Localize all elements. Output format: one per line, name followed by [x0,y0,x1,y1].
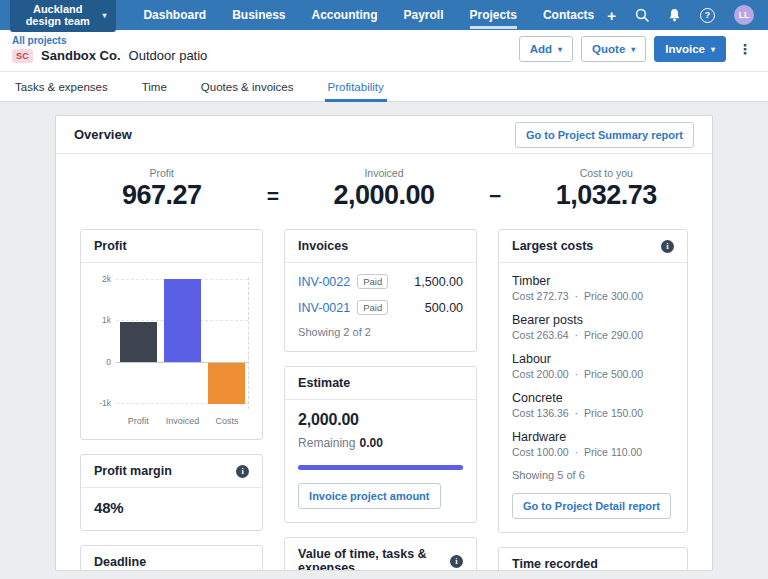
cost-label: Cost [512,290,534,302]
dot-separator: · [575,290,579,302]
largest-costs-card-header: Largest costs i [499,230,687,263]
cost-item-name: Concrete [512,391,674,405]
cost-item-name: Bearer posts [512,313,674,327]
profit-chart-card-header: Profit [81,230,262,263]
overview-header: Overview Go to Project Summary report [56,116,712,154]
y-tick-label: -1k [99,398,111,408]
minus-sign: − [489,184,501,208]
profit-label: Profit [149,167,174,179]
cost-to-you-label: Cost to you [580,167,633,179]
search-icon[interactable] [635,8,649,22]
profit-chart-body: 2k1k0-1k Profit Invoiced Costs [81,263,262,439]
nav-item[interactable]: Accounting [299,0,391,30]
invoices-footer: Showing 2 of 2 [298,326,463,338]
bar-costs [208,362,245,405]
profit-chart-yaxis: 2k1k0-1k [94,277,116,409]
breadcrumb-all-projects[interactable]: All projects [12,35,207,46]
overview-panel: Overview Go to Project Summary report Pr… [55,115,713,571]
notifications-bell-icon[interactable] [668,8,681,22]
add-icon[interactable]: + [607,8,616,23]
user-avatar[interactable]: LL [734,5,754,25]
cost-label: Cost [512,368,534,380]
price-label: Price [584,368,608,380]
cost-value: 263.64 [537,329,569,341]
overview-title: Overview [74,127,132,142]
cost-value: 272.73 [537,290,569,302]
invoice-link[interactable]: INV-0021 [298,301,350,315]
equation-cost: Cost to you 1,032.73 [531,167,681,211]
nav-item[interactable]: Business [219,0,298,30]
project-tabs: Tasks & expenses Time Quotes & invoices … [0,72,768,102]
help-icon[interactable]: ? [700,8,715,23]
project-detail-report-button[interactable]: Go to Project Detail report [512,493,671,519]
profit-bar-chart: 2k1k0-1k [94,274,249,409]
remaining-label: Remaining [298,436,355,450]
price-label: Price [584,446,608,458]
deadline-card-header: Deadline [81,546,262,571]
info-icon[interactable]: i [450,555,463,568]
cost-item-detail: Cost 272.73 · Price 300.00 [512,290,674,302]
equals-sign: = [267,184,279,208]
cost-item-detail: Cost 100.00 · Price 110.00 [512,446,674,458]
chevron-down-icon: ▾ [711,45,715,54]
x-tick-label: Costs [205,416,249,426]
tab[interactable]: Tasks & expenses [12,72,111,101]
info-icon[interactable]: i [236,465,249,478]
invoices-body: INV-0022 Paid 1,500.00 INV-0021 Paid 500… [285,263,476,351]
cost-value: 136.36 [537,407,569,419]
nav-item[interactable]: Payroll [391,0,457,30]
deadline-title: Deadline [94,555,146,569]
invoiced-label: Invoiced [364,167,403,179]
nav-item[interactable]: Dashboard [130,0,219,30]
profit-chart-card: Profit 2k1k0-1k Profit Invoiced [80,229,263,440]
nav-item[interactable]: Projects [457,0,530,30]
project-header-left: All projects SC Sandbox Co. Outdoor pati… [12,35,207,63]
app-screen: Auckland design team ▾ Dashboard Busines… [0,0,768,579]
quote-button[interactable]: Quote ▾ [581,36,646,62]
time-recorded-title: Time recorded [512,557,598,571]
tab[interactable]: Profitability [325,72,387,101]
org-switcher-button[interactable]: Auckland design team ▾ [10,0,116,32]
right-column: Largest costs i Timber Cost 272 [498,229,688,571]
profit-margin-value: 48% [94,499,123,516]
project-summary-report-button[interactable]: Go to Project Summary report [515,122,694,148]
price-value: 500.00 [611,368,643,380]
invoices-title: Invoices [298,239,348,253]
cost-label: Cost [512,407,534,419]
invoice-amount: 500.00 [425,301,463,315]
cost-item: Labour Cost 200.00 · Price 500.00 [512,352,674,380]
invoice-button[interactable]: Invoice ▾ [654,36,726,62]
profit-margin-title: Profit margin [94,464,172,478]
invoice-rows: INV-0022 Paid 1,500.00 INV-0021 Paid 500… [298,274,463,315]
profit-equation: Profit 967.27 = Invoiced 2,000.00 − Cost… [56,154,712,227]
price-value: 290.00 [611,329,643,341]
profit-chart-xlabels: Profit Invoiced Costs [94,416,249,426]
estimate-card-header: Estimate [285,367,476,400]
estimate-title: Estimate [298,376,350,390]
chevron-down-icon: ▾ [102,11,106,20]
profit-value: 967.27 [122,180,202,211]
chevron-down-icon: ▾ [631,45,635,54]
cost-value: 100.00 [537,446,569,458]
invoice-amount: 1,500.00 [414,275,463,289]
invoice-link[interactable]: INV-0022 [298,275,350,289]
value-time-title: Value of time, tasks & expenses [298,547,450,571]
cost-label: Cost [512,446,534,458]
estimate-body: 2,000.00 Remaining0.00 Invoice project a… [285,400,476,522]
cost-item-name: Labour [512,352,674,366]
invoice-project-amount-button[interactable]: Invoice project amount [298,483,440,509]
tab[interactable]: Quotes & invoices [198,72,297,101]
dot-separator: · [575,407,579,419]
nav-item[interactable]: Contacts [530,0,607,30]
price-label: Price [584,329,608,341]
project-actions: Add ▾ Quote ▾ Invoice ▾ ⋮ [519,36,756,62]
add-button[interactable]: Add ▾ [519,36,573,62]
dot-separator: · [575,446,579,458]
cost-item: Timber Cost 272.73 · Price 300.00 [512,274,674,302]
remaining-value: 0.00 [359,436,382,450]
info-icon[interactable]: i [661,240,674,253]
tab[interactable]: Time [139,72,170,101]
cost-label: Cost [512,329,534,341]
kebab-menu-icon[interactable]: ⋮ [734,41,756,57]
middle-column: Invoices INV-0022 Paid 1,500.00 [284,229,477,571]
